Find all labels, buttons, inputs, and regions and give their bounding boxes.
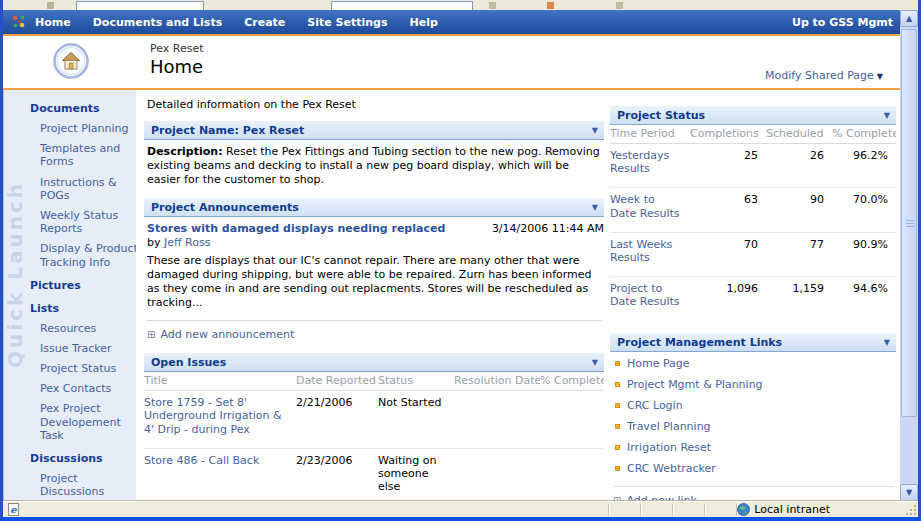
sidebar-item-project-status[interactable]: Project Status <box>40 362 136 375</box>
main-column: Detailed information on the Pex Reset Pr… <box>144 90 604 501</box>
col-pct-complete[interactable]: % Complete <box>540 372 604 391</box>
webpart-menu-arrow-icon[interactable]: ▼ <box>592 203 598 212</box>
sidebar-item-pex-contacts[interactable]: Pex Contacts <box>40 382 136 395</box>
scroll-up-button[interactable]: ▲ <box>900 10 918 27</box>
list-item: Project Mgmt & Planning <box>615 378 896 391</box>
sidebar-item-instructions-pogs[interactable]: Instructions & POGs <box>40 176 136 202</box>
webpart-titlebar[interactable]: Project Name: Pex Reset ▼ <box>144 121 604 140</box>
bullet-icon <box>615 424 620 429</box>
col-scheduled[interactable]: Scheduled <box>766 125 832 144</box>
sidebar-item-project-discussions[interactable]: Project Discussions <box>40 472 136 498</box>
pct-complete-value: 94.6% <box>832 277 896 321</box>
sidebar-item-weekly-status-reports[interactable]: Weekly Status Reports <box>40 209 136 235</box>
sharepoint-logo-icon <box>11 14 27 30</box>
period-link[interactable]: Last Weeks Results <box>610 232 690 276</box>
issue-resolution-date <box>454 448 540 501</box>
webpart-menu-arrow-icon[interactable]: ▼ <box>884 338 890 347</box>
webpart-titlebar[interactable]: Project Management Links ▼ <box>610 333 896 352</box>
sidebar-item-templates-and-forms[interactable]: Templates and Forms <box>40 142 136 168</box>
issue-title-link[interactable]: Store 1759 - Set 8' Underground Irrigati… <box>144 391 296 449</box>
completions-value: 70 <box>690 232 766 276</box>
col-pct-complete[interactable]: % Complete <box>832 125 896 144</box>
search-box-fragment[interactable] <box>331 1 473 10</box>
completions-value: 25 <box>690 144 766 188</box>
col-completions[interactable]: Completions <box>690 125 766 144</box>
issue-date: 2/23/2006 <box>296 448 378 501</box>
table-header-row: Title Date Reported Status Resolution Da… <box>144 372 604 391</box>
webpart-titlebar[interactable]: Project Status ▼ <box>610 106 896 125</box>
link-home-page[interactable]: Home Page <box>627 357 690 370</box>
col-date-reported[interactable]: Date Reported <box>296 372 378 391</box>
divider <box>640 504 641 515</box>
sidebar-item-pex-project-developement-task[interactable]: Pex Project Developement Task <box>40 402 136 442</box>
issue-title-link[interactable]: Store 486 - Call Back <box>144 448 296 501</box>
sidebar-header-lists[interactable]: Lists <box>30 302 132 315</box>
sidebar-header-pictures[interactable]: Pictures <box>30 279 132 292</box>
add-new-announcement-link[interactable]: ⊞Add new announcement <box>147 328 604 341</box>
toolbar-icon[interactable] <box>547 2 554 9</box>
sidebar-item-project-planning[interactable]: Project Planning <box>40 122 136 135</box>
webpart-menu-arrow-icon[interactable]: ▼ <box>884 111 890 120</box>
period-link[interactable]: Yesterdays Results <box>610 144 690 188</box>
nav-help[interactable]: Help <box>410 16 438 29</box>
link-travel-planning[interactable]: Travel Planning <box>627 420 711 433</box>
vertical-scrollbar[interactable]: ▲ ▼ <box>900 10 918 501</box>
zone-label: Local intranet <box>754 503 830 516</box>
scroll-down-button[interactable]: ▼ <box>900 484 918 501</box>
resize-grip-icon[interactable] <box>905 504 917 516</box>
quick-launch-sidebar: Quick Launch Documents Project Planning … <box>3 90 136 501</box>
bullet-icon <box>615 361 620 366</box>
issue-pct-complete <box>540 448 604 501</box>
toolbar-icon[interactable] <box>616 2 623 9</box>
webpart-project-name: Project Name: Pex Reset ▼ Description: R… <box>144 121 604 186</box>
toolbar-icon[interactable] <box>47 2 54 9</box>
webpart-menu-arrow-icon[interactable]: ▼ <box>592 126 598 135</box>
period-link[interactable]: Project to Date Results <box>610 277 690 321</box>
webpart-titlebar[interactable]: Project Announcements ▼ <box>144 198 604 217</box>
nav-up-to-gss-mgmt[interactable]: Up to GSS Mgmt <box>792 16 893 29</box>
link-crc-webtracker[interactable]: CRC Webtracker <box>627 462 716 475</box>
add-new-link[interactable]: ⊞Add new link <box>613 494 896 502</box>
issue-date: 2/21/2006 <box>296 391 378 449</box>
announcement-author-link[interactable]: Jeff Ross <box>164 236 210 249</box>
period-link[interactable]: Week to Date Results <box>610 188 690 232</box>
toolbar-icon[interactable] <box>489 2 496 9</box>
nav-home[interactable]: Home <box>35 16 71 29</box>
col-status[interactable]: Status <box>378 372 454 391</box>
col-resolution-date[interactable]: Resolution Date <box>454 372 540 391</box>
modify-shared-page-link[interactable]: Modify Shared Page▼ <box>765 69 883 82</box>
quick-launch-vertical-label: Quick Launch <box>3 181 27 368</box>
scheduled-value: 1,159 <box>766 277 832 321</box>
sidebar-item-resources[interactable]: Resources <box>40 322 136 335</box>
nav-create[interactable]: Create <box>244 16 285 29</box>
webpart-project-status: Project Status ▼ Time Period Completions… <box>610 106 896 321</box>
webpart-title: Open Issues <box>151 356 226 369</box>
link-irrigation-reset[interactable]: Irrigation Reset <box>627 441 711 454</box>
nav-documents-and-lists[interactable]: Documents and Lists <box>93 16 223 29</box>
project-description: Description: Reset the Pex Fittings and … <box>144 140 604 186</box>
sidebar-header-documents[interactable]: Documents <box>30 102 132 115</box>
divider <box>672 504 673 515</box>
bullet-icon <box>615 445 620 450</box>
webpart-menu-arrow-icon[interactable]: ▼ <box>592 358 598 367</box>
nav-site-settings[interactable]: Site Settings <box>307 16 387 29</box>
link-crc-login[interactable]: CRC Login <box>627 399 683 412</box>
link-project-mgmt-planning[interactable]: Project Mgmt & Planning <box>627 378 763 391</box>
browser-toolbar-fragment <box>3 0 918 10</box>
site-home-icon[interactable] <box>53 43 89 82</box>
scrollbar-thumb[interactable] <box>901 29 917 417</box>
page-body: Quick Launch Documents Project Planning … <box>3 90 901 501</box>
col-title[interactable]: Title <box>144 372 296 391</box>
content-area: Detailed information on the Pex Reset Pr… <box>136 90 901 501</box>
sidebar-item-issue-tracker[interactable]: Issue Tracker <box>40 342 136 355</box>
table-row: Store 486 - Call Back 2/23/2006 Waiting … <box>144 448 604 501</box>
col-time-period[interactable]: Time Period <box>610 125 690 144</box>
announcement-title-link[interactable]: Stores with damaged displays needing rep… <box>147 222 482 235</box>
divider <box>147 320 602 321</box>
address-box-fragment[interactable] <box>76 1 204 10</box>
sidebar-header-discussions[interactable]: Discussions <box>30 452 132 465</box>
sidebar-item-display-product-tracking[interactable]: Display & Product Tracking Info <box>40 242 136 268</box>
browser-window: Home Documents and Lists Create Site Set… <box>0 0 921 521</box>
webpart-titlebar[interactable]: Open Issues ▼ <box>144 353 604 372</box>
security-zone: Local intranet <box>737 503 830 516</box>
